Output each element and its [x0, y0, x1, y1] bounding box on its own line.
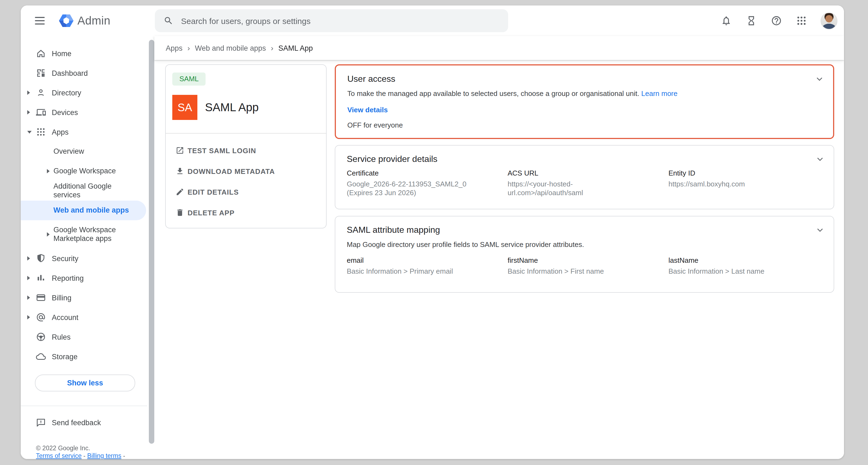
main-content: Apps › Web and mobile apps › SAML App SA… [154, 36, 844, 459]
view-details-link[interactable]: View details [336, 99, 833, 116]
collapse-arrow-icon[interactable] [27, 130, 32, 133]
help-icon[interactable] [770, 15, 782, 27]
entity-id-field: Entity ID https://saml.boxyhq.com [669, 168, 823, 197]
trash-icon [175, 208, 185, 218]
breadcrumb: Apps › Web and mobile apps › SAML App [154, 36, 844, 60]
breadcrumb-web-and-mobile-apps[interactable]: Web and mobile apps [195, 44, 266, 52]
sidebar-item-billing[interactable]: Billing [21, 288, 154, 307]
user-access-card[interactable]: User access To make the managed app avai… [335, 64, 834, 139]
credit-card-icon [36, 293, 46, 303]
hourglass-icon[interactable] [745, 15, 757, 27]
search-input[interactable] [180, 16, 455, 26]
firstname-mapping-field: firstName Basic Information > First name [507, 256, 669, 276]
chevron-down-icon[interactable] [814, 74, 825, 84]
app-avatar: SA [172, 95, 197, 120]
person-icon [36, 88, 46, 98]
screen: Admin [0, 0, 868, 465]
edit-details-button[interactable]: EDIT DETAILS [166, 182, 326, 202]
admin-console-window: Admin [21, 5, 844, 459]
user-access-title: User access [336, 65, 833, 85]
expand-arrow-icon[interactable] [27, 276, 30, 280]
email-mapping-field: email Basic Information > Primary email [347, 256, 507, 276]
breadcrumb-apps[interactable]: Apps [166, 44, 183, 52]
billing-terms-link[interactable]: Billing terms [87, 453, 121, 459]
vertical-scrollbar[interactable] [149, 40, 154, 444]
breadcrumb-separator: › [188, 43, 190, 52]
show-less-button[interactable]: Show less [35, 374, 135, 392]
expand-arrow-icon[interactable] [27, 110, 30, 115]
breadcrumb-current-page: SAML App [278, 44, 313, 52]
dashboard-icon [36, 68, 46, 78]
sidebar-item-apps[interactable]: Apps [21, 122, 154, 142]
user-avatar[interactable] [820, 12, 837, 29]
sidebar-item-devices[interactable]: Devices [21, 102, 154, 122]
feedback-icon [36, 417, 46, 427]
sidebar-item-security[interactable]: Security [21, 249, 154, 268]
sidebar-item-web-and-mobile-apps[interactable]: Web and mobile apps [21, 200, 146, 220]
service-provider-details-card[interactable]: Service provider details Certificate Goo… [335, 145, 834, 209]
acs-url-field: ACS URL https://<your-hosted-url.com>/ap… [507, 168, 669, 197]
saml-type-badge: SAML [172, 72, 206, 86]
apps-grid-icon [36, 127, 46, 137]
user-access-description: To make the managed app available to sel… [336, 85, 833, 99]
menu-icon[interactable] [35, 17, 45, 25]
terms-of-service-link[interactable]: Terms of service [36, 453, 82, 459]
expand-arrow-icon[interactable] [27, 315, 30, 319]
sidebar-divider [21, 406, 147, 406]
sidebar-item-reporting[interactable]: Reporting [21, 268, 154, 288]
top-bar-actions [720, 5, 837, 36]
search-bar[interactable] [155, 9, 508, 32]
download-metadata-button[interactable]: DOWNLOAD METADATA [166, 161, 326, 182]
devices-icon [36, 107, 46, 117]
service-provider-title: Service provider details [335, 146, 834, 165]
send-feedback-button[interactable]: Send feedback [27, 413, 101, 432]
product-name: Admin [78, 14, 111, 27]
breadcrumb-separator: › [271, 43, 273, 52]
sidebar-item-additional-google-services[interactable]: Additional Google services [21, 181, 154, 200]
open-in-new-icon [175, 146, 185, 155]
user-access-status: OFF for everyone [336, 116, 833, 131]
sidebar-item-storage[interactable]: Storage [21, 347, 154, 366]
download-icon [175, 166, 185, 176]
lastname-mapping-field: lastName Basic Information > Last name [669, 256, 823, 276]
sidebar-item-dashboard[interactable]: Dashboard [21, 63, 154, 83]
attribute-mapping-description: Map Google directory user profile fields… [335, 236, 834, 250]
app-summary-panel: SAML SA SAML App TEST SAML LOGIN [165, 64, 327, 228]
search-icon [163, 16, 174, 26]
sidebar-item-home[interactable]: Home [21, 43, 154, 63]
at-sign-icon [36, 312, 46, 322]
bar-chart-icon [36, 273, 46, 283]
expand-arrow-icon[interactable] [27, 256, 30, 260]
chevron-down-icon[interactable] [815, 225, 825, 235]
pencil-icon [175, 187, 185, 197]
shield-icon [36, 253, 46, 263]
sidebar-item-rules[interactable]: Rules [21, 327, 154, 347]
chevron-down-icon[interactable] [815, 154, 825, 164]
top-bar: Admin [21, 5, 844, 36]
notifications-bell-icon[interactable] [720, 15, 732, 27]
expand-arrow-icon[interactable] [47, 232, 50, 237]
test-saml-login-button[interactable]: TEST SAML LOGIN [166, 140, 326, 161]
certificate-field: Certificate Google_2026-6-22-113953_SAML… [347, 168, 507, 197]
expand-arrow-icon[interactable] [47, 169, 50, 173]
sidebar-item-google-workspace[interactable]: Google Workspace [21, 161, 154, 181]
sidebar-item-marketplace-apps[interactable]: Google Workspace Marketplace apps [21, 220, 154, 249]
app-name: SAML App [205, 101, 259, 114]
wheel-icon [36, 332, 46, 342]
sidebar-item-directory[interactable]: Directory [21, 83, 154, 102]
google-admin-logo[interactable]: Admin [59, 14, 111, 27]
delete-app-button[interactable]: DELETE APP [166, 202, 326, 223]
cloud-icon [36, 351, 46, 362]
legal-links: Terms of service - Billing terms - [36, 453, 125, 459]
expand-arrow-icon[interactable] [27, 296, 30, 300]
attribute-mapping-title: SAML attribute mapping [335, 216, 834, 236]
learn-more-link[interactable]: Learn more [641, 89, 677, 98]
expand-arrow-icon[interactable] [27, 91, 30, 95]
sidebar-item-account[interactable]: Account [21, 307, 154, 327]
sidebar-item-overview[interactable]: Overview [21, 142, 154, 161]
app-grid-icon[interactable] [796, 15, 807, 27]
saml-attribute-mapping-card[interactable]: SAML attribute mapping Map Google direct… [335, 216, 834, 293]
admin-hexagon-icon [59, 14, 73, 27]
sidebar-nav: Home Dashboard Directory [21, 36, 154, 459]
home-icon [36, 49, 46, 58]
